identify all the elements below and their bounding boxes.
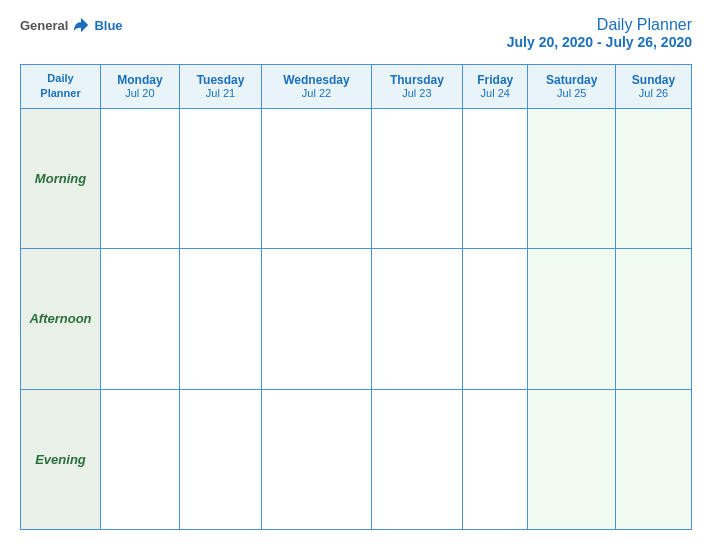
cell-morning-sunday[interactable]: [616, 108, 692, 248]
table-header: Daily Planner Monday Jul 20 Tuesday Jul …: [21, 65, 692, 109]
planner-title: Daily Planner: [507, 16, 692, 34]
header-monday: Monday Jul 20: [101, 65, 180, 109]
calendar-table: Daily Planner Monday Jul 20 Tuesday Jul …: [20, 64, 692, 530]
row-label-evening: Evening: [21, 389, 101, 529]
logo-blue-text: Blue: [94, 18, 122, 33]
header-saturday: Saturday Jul 25: [528, 65, 616, 109]
header-row: Daily Planner Monday Jul 20 Tuesday Jul …: [21, 65, 692, 109]
cell-morning-monday[interactable]: [101, 108, 180, 248]
header-wednesday: Wednesday Jul 22: [262, 65, 371, 109]
planner-date-range: July 20, 2020 - July 26, 2020: [507, 34, 692, 50]
table-body: Morning Afternoon Evening: [21, 108, 692, 529]
cell-afternoon-wednesday[interactable]: [262, 249, 371, 389]
logo-icon: [72, 16, 90, 34]
header-friday: Friday Jul 24: [463, 65, 528, 109]
cell-morning-saturday[interactable]: [528, 108, 616, 248]
cell-evening-sunday[interactable]: [616, 389, 692, 529]
cell-evening-thursday[interactable]: [371, 389, 462, 529]
cell-evening-friday[interactable]: [463, 389, 528, 529]
header-tuesday: Tuesday Jul 21: [179, 65, 261, 109]
title-area: Daily Planner July 20, 2020 - July 26, 2…: [507, 16, 692, 50]
row-label-afternoon: Afternoon: [21, 249, 101, 389]
cell-evening-saturday[interactable]: [528, 389, 616, 529]
cell-afternoon-friday[interactable]: [463, 249, 528, 389]
header-thursday: Thursday Jul 23: [371, 65, 462, 109]
cell-morning-wednesday[interactable]: [262, 108, 371, 248]
cell-afternoon-sunday[interactable]: [616, 249, 692, 389]
cell-evening-tuesday[interactable]: [179, 389, 261, 529]
table-row: Morning: [21, 108, 692, 248]
logo-text: General: [20, 16, 68, 34]
cell-afternoon-saturday[interactable]: [528, 249, 616, 389]
page-header: General Blue Daily Planner July 20, 2020…: [20, 16, 692, 50]
logo: General Blue: [20, 16, 123, 34]
cell-evening-monday[interactable]: [101, 389, 180, 529]
table-row: Evening: [21, 389, 692, 529]
cell-afternoon-monday[interactable]: [101, 249, 180, 389]
header-daily-planner: Daily Planner: [21, 65, 101, 109]
logo-general: General: [20, 18, 68, 33]
cell-afternoon-thursday[interactable]: [371, 249, 462, 389]
cell-afternoon-tuesday[interactable]: [179, 249, 261, 389]
cell-morning-thursday[interactable]: [371, 108, 462, 248]
cell-morning-tuesday[interactable]: [179, 108, 261, 248]
cell-morning-friday[interactable]: [463, 108, 528, 248]
cell-evening-wednesday[interactable]: [262, 389, 371, 529]
table-row: Afternoon: [21, 249, 692, 389]
row-label-morning: Morning: [21, 108, 101, 248]
header-sunday: Sunday Jul 26: [616, 65, 692, 109]
